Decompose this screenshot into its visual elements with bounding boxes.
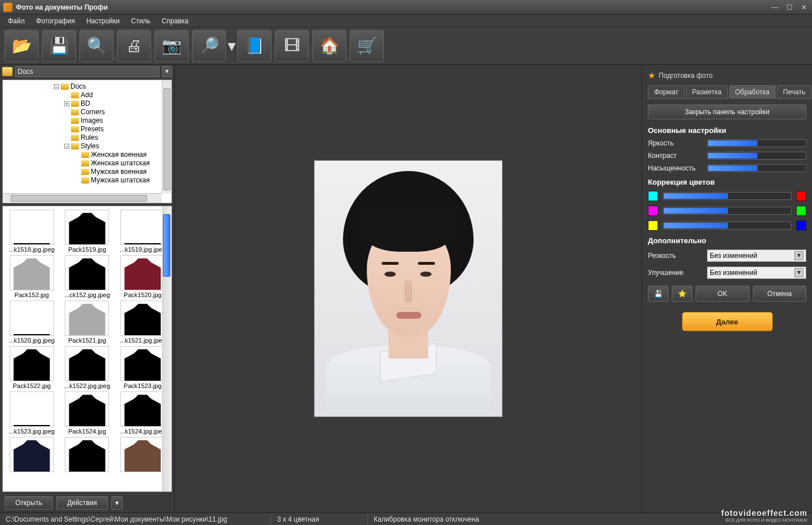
favorite-icon[interactable]: ⭐: [672, 286, 692, 302]
chevron-down-icon[interactable]: ▾: [794, 268, 803, 277]
slider-color-1[interactable]: [663, 207, 792, 215]
close-panel-button[interactable]: Закрыть панель настройки: [648, 105, 806, 119]
folder-icon: [2, 67, 12, 76]
tree-item[interactable]: Женская военная: [91, 151, 147, 159]
tree-expand-icon[interactable]: +: [64, 101, 69, 106]
toolbar-cart-icon[interactable]: 🛒: [350, 30, 384, 62]
tree-item[interactable]: Женская штатская: [91, 159, 150, 167]
passport-photo[interactable]: [314, 160, 503, 417]
folder-tree[interactable]: −Docs Add +BD Corners Images Presets Rul…: [2, 80, 172, 203]
thumbnail-caption: ...ck152.jpg.jpeg: [61, 291, 114, 298]
tree-scrollbar-horizontal[interactable]: [3, 193, 162, 203]
toolbar-dropdown-icon[interactable]: ▾: [229, 30, 234, 62]
toolbar-help-book-icon[interactable]: 📘: [237, 30, 271, 62]
close-button[interactable]: ✕: [800, 3, 809, 11]
toolbar-camera-icon[interactable]: 📷: [154, 30, 189, 62]
thumbnail-caption: ...k1518.jpg.jpeg: [5, 246, 58, 253]
thumbnail-caption: Pack152.jpg: [5, 291, 58, 298]
thumbnail-item[interactable]: ...k1521.jpg.jpeg: [116, 301, 169, 344]
tree-scrollbar-vertical[interactable]: [162, 80, 171, 193]
tree-item[interactable]: Styles: [81, 142, 99, 150]
slider-brightness[interactable]: [707, 139, 806, 147]
tree-item[interactable]: Images: [81, 116, 103, 124]
slider-color-2[interactable]: [663, 222, 792, 230]
toolbar-print-icon[interactable]: 🖨: [117, 30, 151, 62]
slider-contrast[interactable]: [707, 152, 806, 160]
tab-markup[interactable]: Разметка: [686, 85, 728, 99]
thumbnail-caption: ...k1519.jpg.jpeg: [116, 246, 169, 253]
thumbnail-caption: Pack1519.jpg: [61, 246, 114, 253]
toolbar-zoom-image-icon[interactable]: 🔎: [192, 30, 226, 62]
thumbnail-caption: Pack1520.jpg: [116, 291, 169, 298]
thumbnail-item[interactable]: ...k1524.jpg.jpeg: [116, 391, 169, 435]
thumbnail-item[interactable]: Pack1519.jpg: [61, 210, 114, 253]
open-button[interactable]: Открыть: [5, 496, 53, 510]
thumbnail-item[interactable]: Pack152.jpg: [5, 255, 58, 298]
menu-settings[interactable]: Настройки: [82, 16, 124, 26]
tree-collapse-icon[interactable]: −: [64, 144, 69, 149]
tree-item[interactable]: BD: [81, 99, 90, 107]
toolbar-video-icon[interactable]: 🎞: [275, 30, 309, 62]
cancel-button[interactable]: Отмена: [753, 286, 807, 302]
thumbnail-item[interactable]: Pack1523.jpg: [116, 346, 169, 389]
watermark: fotovideoeffect.com ВСЕ ДЛЯ ФОТО И ВИДЕО…: [721, 509, 807, 523]
thumbnail-item[interactable]: ...k1518.jpg.jpeg: [5, 210, 58, 253]
menu-photo[interactable]: Фотография: [32, 16, 79, 26]
left-panel: Docs ▾ −Docs Add +BD Corners Images Pres…: [0, 65, 175, 512]
thumbnail-caption: ...k1521.jpg.jpeg: [116, 337, 169, 344]
photo-canvas: [175, 65, 642, 512]
toolbar-open-icon[interactable]: 📂: [5, 30, 39, 62]
label-contrast: Контраст: [648, 152, 702, 160]
tree-item[interactable]: Мужская военная: [91, 168, 147, 176]
tree-item[interactable]: Rules: [81, 134, 98, 141]
tab-format[interactable]: Формат: [648, 85, 685, 99]
tree-item[interactable]: Мужская штатская: [91, 176, 150, 184]
thumbnail-item[interactable]: Pack1522.jpg: [5, 346, 58, 389]
tree-item[interactable]: Presets: [81, 125, 104, 133]
color-swatch-left: [648, 206, 658, 216]
thumbnail-caption: ...k1520.jpg.jpeg: [5, 337, 58, 344]
thumbnail-item[interactable]: ...ck152.jpg.jpeg: [61, 255, 114, 298]
toolbar-save-icon[interactable]: 💾: [42, 30, 76, 62]
thumbnail-item[interactable]: [61, 437, 114, 473]
thumbnail-item[interactable]: Pack1521.jpg: [61, 301, 114, 344]
label-brightness: Яркость: [648, 139, 702, 147]
slider-saturation[interactable]: [707, 164, 806, 172]
path-input[interactable]: Docs: [15, 66, 160, 77]
color-swatch-left: [648, 220, 658, 231]
tree-item[interactable]: Corners: [81, 108, 105, 116]
thumbnail-item[interactable]: Pack1524.jpg: [61, 391, 114, 435]
save-preset-icon[interactable]: 💾: [648, 286, 668, 302]
toolbar-find-person-icon[interactable]: 🔍: [79, 30, 114, 62]
tree-item[interactable]: Add: [81, 91, 93, 99]
tab-process[interactable]: Обработка: [729, 85, 776, 99]
thumbs-scrollbar[interactable]: [162, 206, 171, 491]
actions-dropdown-icon[interactable]: ▾: [111, 496, 123, 510]
menu-help[interactable]: Справка: [157, 16, 193, 26]
next-button[interactable]: Далее: [682, 312, 773, 331]
tree-root[interactable]: Docs: [70, 82, 86, 90]
toolbar-home-icon[interactable]: 🏠: [312, 30, 346, 62]
color-swatch-left: [648, 191, 658, 201]
chevron-down-icon[interactable]: ▾: [794, 251, 803, 260]
thumbnail-item[interactable]: ...k1519.jpg.jpeg: [116, 210, 169, 253]
select-enhance[interactable]: Без изменений▾: [707, 266, 806, 279]
thumbnail-item[interactable]: Pack1520.jpg: [116, 255, 169, 298]
actions-button[interactable]: Действия: [56, 496, 108, 510]
thumbnail-item[interactable]: [116, 437, 169, 473]
tree-collapse-icon[interactable]: −: [54, 84, 59, 89]
maximize-button[interactable]: ☐: [785, 3, 794, 11]
thumbnail-item[interactable]: ...k1523.jpg.jpeg: [5, 391, 58, 435]
ok-button[interactable]: OK: [696, 286, 750, 302]
thumbnail-item[interactable]: [5, 437, 58, 473]
tab-print[interactable]: Печать: [777, 85, 811, 99]
minimize-button[interactable]: —: [770, 3, 779, 11]
slider-color-0[interactable]: [663, 192, 792, 200]
thumbnail-item[interactable]: ...k1520.jpg.jpeg: [5, 301, 58, 344]
select-sharpness[interactable]: Без изменений▾: [707, 249, 806, 262]
path-dropdown-icon[interactable]: ▾: [162, 66, 172, 77]
menu-file[interactable]: Файл: [3, 16, 30, 26]
label-sharpness: Резкость: [648, 252, 702, 260]
thumbnail-item[interactable]: ...k1522.jpg.jpeg: [61, 346, 114, 389]
menu-style[interactable]: Стиль: [127, 16, 155, 26]
